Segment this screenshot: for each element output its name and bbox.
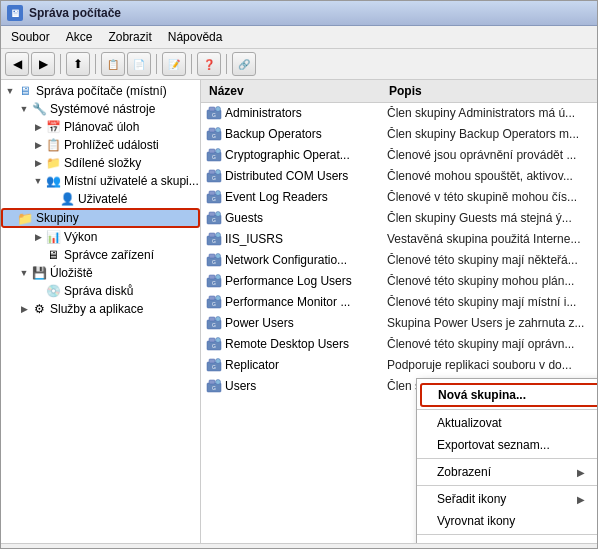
context-menu-item[interactable]: Aktualizovat	[417, 412, 597, 434]
svg-rect-53	[209, 380, 215, 384]
row-desc: Členové této skupiny mají místní i...	[385, 295, 597, 309]
table-row[interactable]: G IIS_IUSRS Vestavěná skupina použitá In…	[201, 229, 597, 250]
row-name: Performance Monitor ...	[223, 295, 385, 309]
paste-button[interactable]: 📄	[127, 52, 151, 76]
svg-text:G: G	[212, 175, 216, 181]
row-name: Event Log Readers	[223, 190, 385, 204]
context-menu: Nová skupina...AktualizovatExportovat se…	[416, 378, 597, 543]
sidebar-item-local-users[interactable]: ▼ 👥 Místní uživatelé a skupi...	[1, 172, 200, 190]
table-row[interactable]: G Cryptographic Operat... Členové jsou o…	[201, 145, 597, 166]
svg-rect-9	[209, 149, 215, 153]
row-icon: G	[205, 188, 223, 206]
sidebar-item-skupiny[interactable]: 📁 Skupiny	[1, 208, 200, 228]
up-button[interactable]: ⬆	[66, 52, 90, 76]
sidebar-item-disk-mgr[interactable]: 💿 Správa disků	[1, 282, 200, 300]
help-button[interactable]: ❓	[197, 52, 221, 76]
row-desc: Člen skupiny Guests má stejná ý...	[385, 211, 597, 225]
expander-local-users: ▼	[31, 174, 45, 188]
sidebar-item-users[interactable]: 👤 Uživatelé	[1, 190, 200, 208]
submenu-arrow-icon: ▶	[577, 494, 585, 505]
extra-button[interactable]: 🔗	[232, 52, 256, 76]
row-name: Cryptographic Operat...	[223, 148, 385, 162]
table-row[interactable]: G Replicator Podporuje replikaci souboru…	[201, 355, 597, 376]
svg-point-34	[216, 275, 221, 280]
context-menu-separator	[417, 534, 597, 535]
sidebar-item-device-mgr[interactable]: 🖥 Správce zařízení	[1, 246, 200, 264]
context-menu-item-label: Exportovat seznam...	[437, 438, 550, 452]
table-row[interactable]: G Guests Člen skupiny Guests má stejná ý…	[201, 208, 597, 229]
svg-point-10	[216, 149, 221, 154]
row-icon: G	[205, 125, 223, 143]
sidebar-item-computer[interactable]: ▼ 🖥 Správa počítače (místní)	[1, 82, 200, 100]
svg-text:G: G	[212, 217, 216, 223]
menu-help[interactable]: Nápověda	[162, 28, 229, 46]
svg-text:G: G	[212, 343, 216, 349]
svg-rect-33	[209, 275, 215, 279]
svg-text:G: G	[212, 259, 216, 265]
expander-services: ▶	[17, 302, 31, 316]
svg-point-42	[216, 317, 221, 322]
svg-text:G: G	[212, 322, 216, 328]
svg-text:G: G	[212, 154, 216, 160]
table-row[interactable]: G Backup Operators Člen skupiny Backup O…	[201, 124, 597, 145]
content-header: Název Popis	[201, 80, 597, 103]
context-menu-item[interactable]: Exportovat seznam...	[417, 434, 597, 456]
svg-text:G: G	[212, 238, 216, 244]
svg-rect-13	[209, 170, 215, 174]
context-menu-item[interactable]: Nápověda	[417, 537, 597, 543]
table-row[interactable]: G Performance Log Users Členové této sku…	[201, 271, 597, 292]
table-row[interactable]: G Performance Monitor ... Členové této s…	[201, 292, 597, 313]
svg-point-6	[216, 128, 221, 133]
context-menu-item[interactable]: Vyrovnat ikony	[417, 510, 597, 532]
table-row[interactable]: G Event Log Readers Členové v této skupi…	[201, 187, 597, 208]
label-local-users: Místní uživatelé a skupi...	[64, 174, 199, 188]
table-row[interactable]: G Distributed COM Users Členové mohou sp…	[201, 166, 597, 187]
properties-button[interactable]: 📝	[162, 52, 186, 76]
row-name: Replicator	[223, 358, 385, 372]
svg-rect-5	[209, 128, 215, 132]
table-row[interactable]: G Network Configuratio... Členové této s…	[201, 250, 597, 271]
toolbar-separator-5	[226, 54, 227, 74]
expander-device-mgr	[31, 248, 45, 262]
status-bar	[1, 543, 597, 548]
sidebar-item-event-viewer[interactable]: ▶ 📋 Prohlížeč události	[1, 136, 200, 154]
submenu-arrow-icon: ▶	[577, 467, 585, 478]
expander-perf: ▶	[31, 230, 45, 244]
menu-view[interactable]: Zobrazit	[102, 28, 157, 46]
toolbar: ◀ ▶ ⬆ 📋 📄 📝 ❓ 🔗	[1, 49, 597, 80]
svg-rect-17	[209, 191, 215, 195]
row-icon: G	[205, 209, 223, 227]
sidebar-item-storage[interactable]: ▼ 💾 Úložiště	[1, 264, 200, 282]
row-desc: Členové v této skupině mohou čís...	[385, 190, 597, 204]
label-services: Služby a aplikace	[50, 302, 143, 316]
svg-text:G: G	[212, 364, 216, 370]
sidebar-item-system-tools[interactable]: ▼ 🔧 Systémové nástroje	[1, 100, 200, 118]
svg-point-50	[216, 359, 221, 364]
forward-button[interactable]: ▶	[31, 52, 55, 76]
back-button[interactable]: ◀	[5, 52, 29, 76]
sidebar-item-shared-folders[interactable]: ▶ 📁 Sdílené složky	[1, 154, 200, 172]
table-row[interactable]: G Administrators Člen skupiny Administra…	[201, 103, 597, 124]
context-menu-item[interactable]: Seřadit ikony▶	[417, 488, 597, 510]
table-row[interactable]: G Remote Desktop Users Členové této skup…	[201, 334, 597, 355]
context-menu-item[interactable]: Nová skupina...	[420, 383, 597, 407]
label-task-scheduler: Plánovač úloh	[64, 120, 139, 134]
context-menu-item[interactable]: Zobrazení▶	[417, 461, 597, 483]
icon-system-tools: 🔧	[31, 101, 47, 117]
svg-point-2	[216, 107, 221, 112]
sidebar-item-task-scheduler[interactable]: ▶ 📅 Plánovač úloh	[1, 118, 200, 136]
table-row[interactable]: G Power Users Skupina Power Users je zah…	[201, 313, 597, 334]
row-desc: Členové této skupiny mají oprávn...	[385, 337, 597, 351]
svg-rect-29	[209, 254, 215, 258]
menu-file[interactable]: Soubor	[5, 28, 56, 46]
row-desc: Člen skupiny Backup Operators m...	[385, 127, 597, 141]
sidebar-item-perf[interactable]: ▶ 📊 Výkon	[1, 228, 200, 246]
expander-computer: ▼	[3, 84, 17, 98]
copy-button[interactable]: 📋	[101, 52, 125, 76]
sidebar-item-services[interactable]: ▶ ⚙ Služby a aplikace	[1, 300, 200, 318]
svg-point-18	[216, 191, 221, 196]
col-header-name: Název	[205, 82, 385, 100]
row-name: IIS_IUSRS	[223, 232, 385, 246]
context-menu-item-label: Nová skupina...	[438, 388, 526, 402]
menu-action[interactable]: Akce	[60, 28, 99, 46]
